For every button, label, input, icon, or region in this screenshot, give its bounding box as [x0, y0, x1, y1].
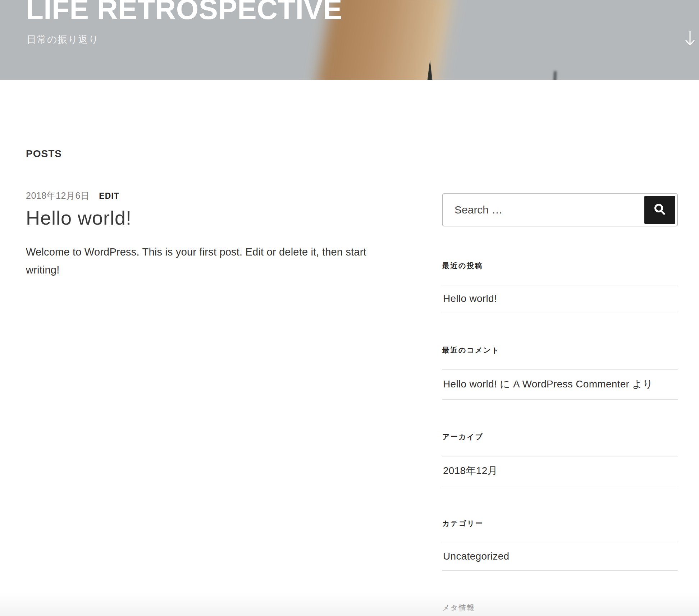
widget-item-link[interactable]: 2018年12月: [442, 456, 678, 486]
page: LIFE RETROSPECTIVE 日常の振り返り POSTS 2018年12…: [0, 0, 699, 616]
widget-list: Hello world! に A WordPress Commenter より: [442, 369, 678, 400]
site-header: LIFE RETROSPECTIVE 日常の振り返り: [0, 0, 699, 80]
widget-title: カテゴリー: [442, 519, 678, 528]
widget-title: メタ情報: [442, 603, 678, 613]
post-edit-link[interactable]: EDIT: [99, 191, 119, 201]
widget-item-link[interactable]: Hello world!: [442, 285, 678, 313]
widget-list: 2018年12月: [442, 456, 678, 486]
widget-item-link[interactable]: Uncategorized: [442, 543, 678, 571]
search-input[interactable]: [442, 193, 678, 226]
widget-title: 最近のコメント: [442, 345, 678, 355]
widget-meta: メタ情報: [442, 603, 678, 613]
post-date-link[interactable]: 2018年12月6日: [26, 190, 90, 202]
magnifier-icon: [653, 203, 666, 217]
post-title-link[interactable]: Hello world!: [26, 207, 393, 229]
search-button[interactable]: [644, 196, 675, 224]
content-area: POSTS 2018年12月6日 EDIT Hello world! Welco…: [0, 80, 699, 616]
widget-list: Hello world!: [442, 285, 678, 313]
widget-recent-comments: 最近のコメント Hello world! に A WordPress Comme…: [442, 345, 678, 400]
site-title-link[interactable]: LIFE RETROSPECTIVE: [26, 0, 342, 24]
scroll-down-button[interactable]: [683, 30, 697, 48]
widget-list: Uncategorized: [442, 543, 678, 571]
site-branding: LIFE RETROSPECTIVE 日常の振り返り: [26, 0, 342, 46]
post-meta: 2018年12月6日 EDIT: [26, 190, 393, 202]
search-form: [442, 193, 678, 226]
post-content: Welcome to WordPress. This is your first…: [26, 243, 393, 279]
header-pen-tip-2: [553, 71, 557, 80]
widget-title: アーカイブ: [442, 432, 678, 442]
main-column: POSTS 2018年12月6日 EDIT Hello world! Welco…: [26, 80, 393, 279]
widget-archives: アーカイブ 2018年12月: [442, 432, 678, 486]
widget-item-link[interactable]: Hello world! に A WordPress Commenter より: [442, 369, 678, 400]
post-article: 2018年12月6日 EDIT Hello world! Welcome to …: [26, 190, 393, 279]
widget-recent-posts: 最近の投稿 Hello world!: [442, 261, 678, 313]
post-entry-header: 2018年12月6日 EDIT Hello world!: [26, 190, 393, 229]
post-body-text: Welcome to WordPress. This is your first…: [26, 243, 393, 279]
widget-title: 最近の投稿: [442, 261, 678, 271]
widget-categories: カテゴリー Uncategorized: [442, 519, 678, 571]
sidebar: 最近の投稿 Hello world! 最近のコメント Hello world! …: [442, 80, 678, 616]
page-title: POSTS: [26, 148, 393, 160]
site-tagline: 日常の振り返り: [27, 33, 342, 46]
down-arrow-icon: [684, 30, 696, 48]
widget-area: 最近の投稿 Hello world! 最近のコメント Hello world! …: [442, 261, 678, 613]
